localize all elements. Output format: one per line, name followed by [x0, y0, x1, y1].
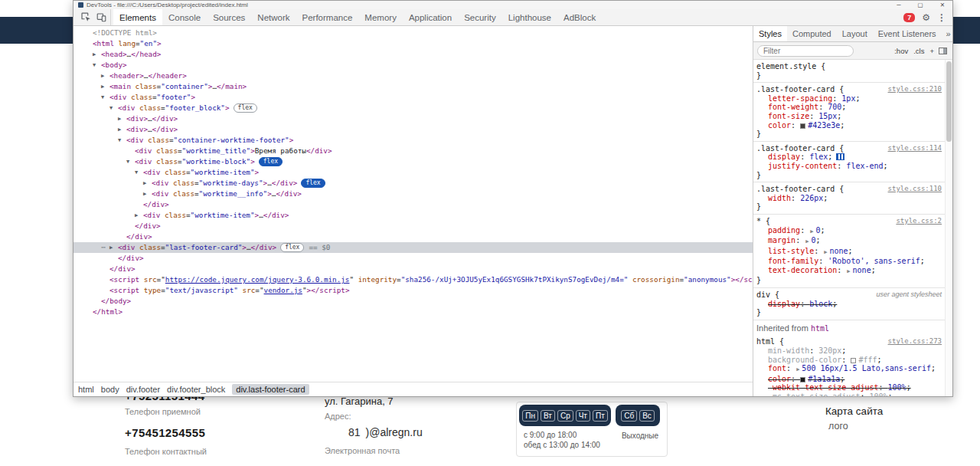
sitemap-link[interactable]: Карта сайта	[825, 405, 883, 417]
minimize-button[interactable]: ─	[897, 2, 900, 8]
script-jquery-node[interactable]: <script src="https://code.jquery.com/jqu…	[74, 274, 753, 285]
stylesheet-link[interactable]: style.css:2	[891, 217, 942, 226]
closing-html[interactable]: </html>	[74, 307, 753, 317]
css-property[interactable]: text-decoration: ▶none;	[756, 266, 942, 277]
error-count-badge[interactable]: 7	[903, 13, 915, 22]
expand-arrow-icon[interactable]: ▼	[135, 167, 143, 178]
worktime-block-node[interactable]: ▼<div class="worktime-block">flex	[74, 156, 753, 167]
maximize-button[interactable]: ▢	[918, 2, 923, 8]
tab-sources[interactable]: Sources	[207, 9, 251, 25]
closing-body[interactable]: </body>	[74, 296, 753, 307]
color-swatch[interactable]	[800, 123, 805, 129]
tab-elements[interactable]: Elements	[113, 9, 162, 25]
phone-number-contact[interactable]: +75451254555	[125, 426, 205, 439]
close-button[interactable]: ✕	[940, 2, 945, 8]
css-property[interactable]: margin: ▶0;	[756, 236, 942, 247]
closing-div[interactable]: </div>	[74, 199, 753, 210]
styles-tab-layout[interactable]: Layout	[837, 26, 873, 41]
email-link[interactable]: 81)@alregn.ru	[348, 426, 428, 438]
more-options-icon[interactable]: ⋮	[937, 12, 946, 23]
doctype-node[interactable]: <!DOCTYPE html>	[74, 28, 753, 38]
crumb-div-footer_block[interactable]: div.footer_block	[167, 385, 225, 394]
css-property[interactable]: color: #423e3e;	[756, 121, 942, 130]
footer-block-node[interactable]: ▼<div class="footer_block">flex	[74, 103, 753, 113]
expand-arrow-icon[interactable]: ▶	[93, 49, 101, 60]
css-property[interactable]: display: flex;	[756, 153, 942, 162]
flex-badge[interactable]: flex	[234, 103, 257, 113]
worktime-item-node[interactable]: ▶<div class="worktime-item">…</div>	[74, 210, 753, 221]
expand-shorthand-icon[interactable]: ▶	[796, 366, 799, 372]
expand-shorthand-icon[interactable]: ▶	[847, 268, 850, 274]
css-property[interactable]: list-style: ▶none;	[756, 247, 942, 258]
body-node[interactable]: ▼<body>	[74, 60, 753, 71]
rule-selector[interactable]: div {	[756, 290, 779, 300]
closing-div[interactable]: </div>	[74, 231, 753, 242]
expand-shorthand-icon[interactable]: ▶	[824, 249, 827, 255]
css-property[interactable]: background-color: #fff;	[756, 356, 942, 365]
css-property[interactable]: letter-spacing: 1px;	[756, 94, 942, 103]
div-node[interactable]: ▶<div>…</div>	[74, 124, 753, 135]
html-node[interactable]: <html lang="en">	[74, 38, 753, 49]
tab-adblock[interactable]: AdBlock	[557, 9, 602, 25]
expand-arrow-icon[interactable]: ▶	[118, 113, 126, 124]
tab-security[interactable]: Security	[458, 9, 502, 25]
stylesheet-link[interactable]: style.css:110	[884, 185, 942, 194]
css-property[interactable]: -webkit-text-size-adjust: 100%;	[756, 383, 942, 392]
main-node[interactable]: ▶<main class="container">…</main>	[74, 81, 753, 92]
stylesheet-link[interactable]: style.css:210	[884, 85, 942, 94]
expand-shorthand-icon[interactable]: ▶	[810, 228, 813, 235]
css-property[interactable]: min-width: 320px;	[756, 346, 942, 356]
flex-badge[interactable]: flex	[280, 243, 304, 252]
styles-filter-input[interactable]	[757, 45, 854, 57]
head-node[interactable]: ▶<head>…</head>	[74, 49, 753, 60]
expand-arrow-icon[interactable]: ▶	[143, 189, 152, 199]
css-property[interactable]: display: block;	[756, 300, 942, 309]
day-pill[interactable]: Вс	[639, 410, 655, 422]
color-swatch[interactable]	[800, 377, 805, 382]
day-pill[interactable]: Ср	[557, 410, 573, 422]
expand-arrow-icon[interactable]: ▶	[101, 81, 109, 92]
worktime-title-node[interactable]: <div class="worktime_title">Время работы…	[74, 146, 753, 156]
tab-memory[interactable]: Memory	[358, 9, 403, 25]
styles-tab-computed[interactable]: Computed	[787, 26, 837, 41]
styles-toolbar-hov[interactable]: :hov	[894, 47, 908, 55]
expand-arrow-icon[interactable]: ▼	[118, 135, 126, 146]
footer-node[interactable]: ▼<div class="footer">	[74, 92, 753, 103]
closing-div[interactable]: </div>	[74, 264, 753, 274]
expand-arrow-icon[interactable]: ▶	[109, 242, 118, 253]
rule-selector[interactable]: * {	[756, 217, 770, 226]
styles-toolbar-cls[interactable]: .cls	[913, 47, 924, 55]
day-pill[interactable]: Пт	[593, 410, 608, 422]
day-pill[interactable]: Вт	[541, 410, 555, 422]
styles-toolbar-[interactable]: +	[929, 47, 934, 55]
css-property[interactable]: font: ▶500 16px/1.5 Lato,sans-serif;	[756, 364, 942, 375]
tab-lighthouse[interactable]: Lighthouse	[502, 9, 557, 25]
flex-badge[interactable]: flex	[259, 157, 283, 166]
expand-arrow-icon[interactable]: ▼	[109, 103, 118, 113]
css-property[interactable]: padding: ▶0;	[756, 226, 942, 237]
expand-arrow-icon[interactable]: ▼	[93, 60, 101, 71]
tab-network[interactable]: Network	[251, 9, 296, 25]
toggle-panel-icon[interactable]	[939, 48, 947, 54]
expand-shorthand-icon[interactable]: ▶	[805, 238, 808, 244]
crumb-body[interactable]: body	[101, 385, 119, 394]
tab-console[interactable]: Console	[162, 9, 207, 25]
expand-arrow-icon[interactable]: ▶	[101, 71, 109, 81]
div-node[interactable]: ▶<div>…</div>	[74, 113, 753, 124]
crumb-div-footer[interactable]: div.footer	[126, 385, 160, 394]
crumb-html[interactable]: html	[78, 385, 94, 394]
worktime-info-node[interactable]: ▶<div class="worktime__info">…</div>	[74, 189, 753, 199]
stylesheet-link[interactable]: style.css:273	[884, 337, 942, 346]
day-pill[interactable]: Сб	[621, 410, 637, 422]
rule-selector[interactable]: .last-footer-card {	[756, 185, 844, 194]
stylesheet-link[interactable]: user agent stylesheet	[871, 290, 942, 300]
css-property[interactable]: width: 226px;	[756, 194, 942, 203]
rule-selector[interactable]: html {	[756, 337, 784, 346]
styles-tab-event-listeners[interactable]: Event Listeners	[873, 26, 942, 41]
last-footer-card-node[interactable]: ⋯▶<div class="last-footer-card">…</div>f…	[74, 242, 753, 253]
expand-arrow-icon[interactable]: ▶	[143, 178, 152, 189]
rule-selector[interactable]: .last-footer-card {	[756, 85, 844, 94]
color-swatch[interactable]	[851, 358, 856, 363]
flex-badge[interactable]: flex	[301, 179, 325, 188]
css-property[interactable]: color: #1a1a1a;	[756, 375, 942, 384]
